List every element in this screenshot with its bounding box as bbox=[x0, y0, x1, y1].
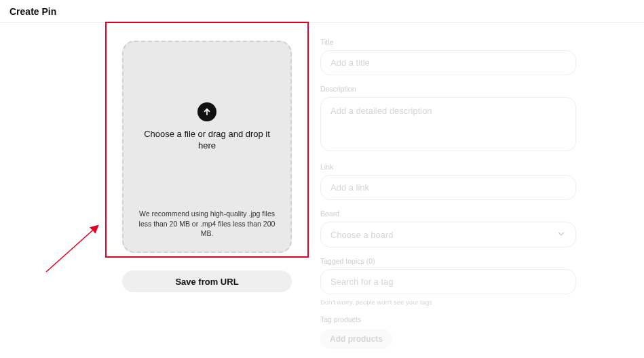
upload-center: Choose a file or drag and drop it here bbox=[139, 53, 275, 209]
board-select-placeholder: Choose a board bbox=[330, 230, 394, 240]
tagged-topics-field: Tagged topics (0) Don't worry, people wo… bbox=[320, 257, 576, 306]
save-from-url-button[interactable]: Save from URL bbox=[122, 271, 292, 292]
right-column: Title Description Link Board Choose a bo… bbox=[304, 23, 636, 358]
annotation-arrow bbox=[41, 216, 109, 277]
link-label: Link bbox=[320, 163, 576, 171]
add-products-button[interactable]: Add products bbox=[320, 329, 392, 349]
title-input[interactable] bbox=[320, 50, 576, 75]
board-field: Board Choose a board bbox=[320, 210, 576, 247]
tagged-topics-helper: Don't worry, people won't see your tags bbox=[320, 298, 576, 306]
upload-instruction-text: Choose a file or drag and drop it here bbox=[139, 128, 275, 152]
chevron-down-icon bbox=[556, 229, 566, 241]
page-title: Create Pin bbox=[10, 6, 56, 17]
link-field: Link bbox=[320, 163, 576, 200]
upload-arrow-icon bbox=[197, 102, 216, 121]
description-label: Description bbox=[320, 85, 576, 93]
description-input[interactable] bbox=[320, 97, 576, 151]
board-label: Board bbox=[320, 210, 576, 218]
description-field: Description bbox=[320, 85, 576, 153]
tagged-topics-input[interactable] bbox=[320, 269, 576, 294]
main-content: Choose a file or drag and drop it here W… bbox=[0, 23, 644, 358]
board-select[interactable]: Choose a board bbox=[320, 222, 576, 247]
top-bar: Create Pin bbox=[0, 0, 644, 23]
left-column: Choose a file or drag and drop it here W… bbox=[8, 23, 304, 358]
title-label: Title bbox=[320, 38, 576, 46]
link-input[interactable] bbox=[320, 175, 576, 200]
upload-dropzone[interactable]: Choose a file or drag and drop it here W… bbox=[122, 41, 292, 253]
title-field: Title bbox=[320, 38, 576, 75]
upload-hint-text: We recommend using high-quality .jpg fil… bbox=[133, 209, 281, 241]
tagged-topics-label: Tagged topics (0) bbox=[320, 257, 576, 265]
svg-line-0 bbox=[46, 226, 98, 272]
tag-products-label: Tag products bbox=[320, 315, 576, 323]
tag-products-field: Tag products Add products bbox=[320, 315, 576, 349]
